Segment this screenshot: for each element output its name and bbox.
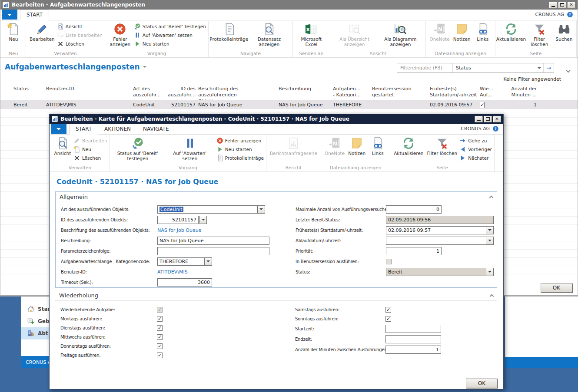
collapse-section-icon[interactable]	[489, 195, 494, 200]
ribbon-button-suchen[interactable]: Suchen	[554, 21, 574, 42]
maximize-button[interactable]	[558, 2, 566, 8]
tab-start[interactable]: START	[69, 124, 98, 135]
filter-field-select[interactable]: Status	[453, 65, 535, 71]
tab-aktionen[interactable]: AKTIONEN	[98, 124, 137, 134]
filter-apply-button[interactable]: →	[543, 63, 554, 72]
ribbon-button-notizen[interactable]: Notizen	[347, 135, 367, 156]
field-sonntags-ausführen-checkbox[interactable]: ✓	[385, 316, 391, 322]
column-header-benutzersession-gestartet[interactable]: Benutzersession gestartet	[372, 86, 430, 99]
field-dienstags-ausführen-checkbox[interactable]: ✓	[157, 325, 163, 331]
help-icon[interactable]: ?	[492, 125, 499, 132]
field-benutzer-id-link[interactable]: ATITDEV\MIS	[157, 269, 188, 275]
help-icon[interactable]: ?	[567, 11, 573, 18]
ribbon-button-datensatz-anzeigen[interactable]: Datensatz anzeigen	[248, 21, 290, 47]
ribbon-button-auf-abwarten-setzen[interactable]: Auf 'Abwarten' setzen	[164, 135, 216, 161]
ribbon-button-nächster[interactable]: Nächster	[459, 155, 492, 161]
ribbon-button-notizen[interactable]: Notizen	[452, 21, 472, 42]
field-donnerstags-ausführen-checkbox[interactable]: ✓	[157, 343, 163, 349]
ribbon-button-vorheriger[interactable]: Vorheriger	[459, 146, 492, 153]
ribbon-button-löschen[interactable]: Löschen	[73, 155, 107, 161]
field-id-des-auszuführenden-objekts-input[interactable]: 52101157	[157, 216, 199, 224]
field-art-des-auszuführenden-objekts-dropdown-icon[interactable]	[258, 205, 265, 214]
column-header-aufgaben-kategori[interactable]: Aufgaben... - Kategori...	[333, 86, 372, 99]
field-timeout-sek-input[interactable]: 3600	[157, 278, 212, 287]
field-anzahl-der-minuten-zwischen-ausführungen-input[interactable]: 1	[385, 346, 441, 354]
ribbon-button-links[interactable]: Links	[368, 135, 388, 156]
minimize-button[interactable]	[475, 116, 483, 122]
field-priorität-input[interactable]: 1	[386, 247, 442, 255]
ribbon-button-filter-löschen[interactable]: Filter löschen	[525, 21, 553, 47]
table-row-selected[interactable]: BereitATITDEV\MISCodeUnit52101157NAS for…	[0, 100, 578, 109]
field-mittwochs-ausführen-checkbox[interactable]: ✓	[157, 334, 163, 340]
ribbon-button-auf-abwarten-setzen[interactable]: Auf 'Abwarten' setzen	[134, 32, 206, 39]
application-menu-button[interactable]	[51, 124, 66, 134]
ribbon-button-status-auf-bereit-festlegen[interactable]: Status auf 'Bereit' festlegen	[134, 23, 206, 30]
field-ablaufdatum-uhrzeit-dropdown-icon[interactable]	[486, 237, 494, 245]
column-header-beschreibung[interactable]: Beschreibung	[279, 86, 333, 92]
minimize-button[interactable]	[549, 2, 557, 8]
maximize-button[interactable]	[484, 116, 492, 122]
field-aufgabenwarteschlange-kategoriencode-input[interactable]: THEREFORE	[157, 257, 205, 266]
ribbon-button-aktualisieren[interactable]: Aktualisieren	[392, 135, 425, 156]
close-button[interactable]: ✕	[493, 116, 501, 122]
ribbon-button-protokolleinträge[interactable]: Protokolleinträge	[216, 155, 264, 161]
field-ablaufdatum-uhrzeit-input[interactable]	[386, 237, 486, 245]
field-freitags-ausführen-checkbox[interactable]: ✓	[157, 352, 163, 358]
column-header-status[interactable]: Status	[13, 86, 46, 92]
collapse-section-icon[interactable]	[490, 294, 494, 298]
field-beschreibung-input[interactable]: NAS for Job Queue	[157, 237, 269, 245]
ribbon-button-microsoft-excel[interactable]: XMicrosoft Excel	[295, 21, 328, 47]
column-header-art-des-auszuführ[interactable]: Art des auszuführ...	[133, 86, 167, 99]
main-titlebar[interactable]: Bearbeiten - Aufgabenwarteschlangenposte…	[0, 0, 578, 10]
application-menu-button[interactable]	[2, 10, 17, 20]
ribbon-button-neu-starten[interactable]: Neu starten	[134, 40, 206, 47]
ribbon-button-filter-löschen[interactable]: Filter löschen	[426, 135, 459, 156]
page-title[interactable]: Aufgabenwarteschlangenposten	[5, 63, 146, 71]
field-maximale-anzahl-von-ausführungsversuchen-input[interactable]: 0	[386, 205, 442, 214]
ok-button[interactable]: OK	[466, 379, 498, 388]
column-header-wie-auf[interactable]: Wie... Auf...	[480, 86, 498, 99]
ribbon-button-löschen[interactable]: Löschen	[57, 40, 103, 47]
ribbon-button-bearbeiten[interactable]: Bearbeiten	[28, 21, 56, 42]
ribbon-button-status-auf-bereit-festlegen[interactable]: Status auf 'Bereit' festlegen	[112, 135, 163, 161]
ribbon-button-als-diagramm-anzeigen[interactable]: Als Diagramm anzeigen	[378, 21, 424, 47]
column-header-anzahl-der-minuten[interactable]: Anzahl der Minuten ...	[498, 86, 539, 99]
ribbon-button-fehler-anzeigen[interactable]: Fehler anzeigen	[216, 137, 264, 144]
close-button[interactable]: ✕	[567, 2, 575, 8]
ok-button[interactable]: OK	[541, 283, 572, 293]
field-aufgabenwarteschlange-kategoriencode-dropdown-icon[interactable]	[205, 257, 212, 266]
ribbon-button-ansicht[interactable]: Ansicht	[53, 135, 73, 156]
column-header-id-des-auszuführ[interactable]: ID des auszuführ...	[167, 86, 198, 99]
filter-box[interactable]: Filtereingabe (F3) Status →	[397, 63, 554, 73]
collapse-filterpane-icon[interactable]	[567, 66, 570, 74]
ribbon-button-aktualisieren[interactable]: Aktualisieren	[498, 21, 525, 42]
column-header-benutzer-id[interactable]: Benutzer-ID	[46, 86, 133, 92]
ribbon-button-neu-starten[interactable]: Neu starten	[216, 146, 264, 153]
field-status-dropdown-icon[interactable]	[486, 268, 494, 276]
column-header-früheste-s-startdatum-uhrzeit[interactable]: Früheste(s) Startdatum/-uhrzeit	[430, 86, 480, 99]
field-id-des-auszuführenden-objekts-lookup-icon[interactable]	[199, 216, 207, 224]
ribbon-button-gehe-zu[interactable]: Gehe zu	[459, 137, 492, 144]
row-checkbox[interactable]: ✓	[480, 102, 485, 108]
ribbon-button-neu[interactable]: Neu	[73, 146, 107, 153]
fasttab-header[interactable]: Allgemein	[56, 192, 497, 202]
tab-navigate[interactable]: NAVIGATE	[137, 124, 175, 134]
field-montags-ausführen-checkbox[interactable]: ✓	[157, 316, 163, 322]
field-früheste-s-startdatum-uhrzeit-input[interactable]: 02.09.2016 09:57	[386, 226, 486, 234]
filter-input[interactable]: Filtereingabe (F3)	[397, 63, 453, 72]
ribbon-button-ansicht[interactable]: Ansicht	[57, 23, 103, 30]
field-samstags-ausführen-checkbox[interactable]: ✓	[385, 307, 391, 313]
field-beschriftung-des-auszuführenden-objekts-link[interactable]: NAS for Job Queue	[157, 227, 201, 233]
field-art-des-auszuführenden-objekts-input[interactable]: CodeUnit	[157, 205, 258, 214]
ribbon-button-neu[interactable]: Neu	[3, 21, 23, 42]
ribbon-button-protokolleinträge[interactable]: Protokolleinträge	[211, 21, 247, 42]
dialog-titlebar[interactable]: Bearbeiten - Karte für Aufgabenwarteschl…	[50, 114, 503, 124]
field-endzeit-input[interactable]	[385, 335, 441, 343]
filter-field-dropdown-icon[interactable]	[535, 66, 543, 71]
ribbon-button-fehler-anzeigen[interactable]: Fehler anzeigen	[107, 21, 133, 47]
field-startzeit-input[interactable]	[385, 325, 441, 333]
field-parameterzeichenfolge-input[interactable]	[157, 247, 269, 255]
tab-start[interactable]: START	[20, 10, 49, 20]
fasttab-header[interactable]: Wiederholung	[55, 290, 497, 301]
field-früheste-s-startdatum-uhrzeit-dropdown-icon[interactable]	[486, 226, 494, 234]
